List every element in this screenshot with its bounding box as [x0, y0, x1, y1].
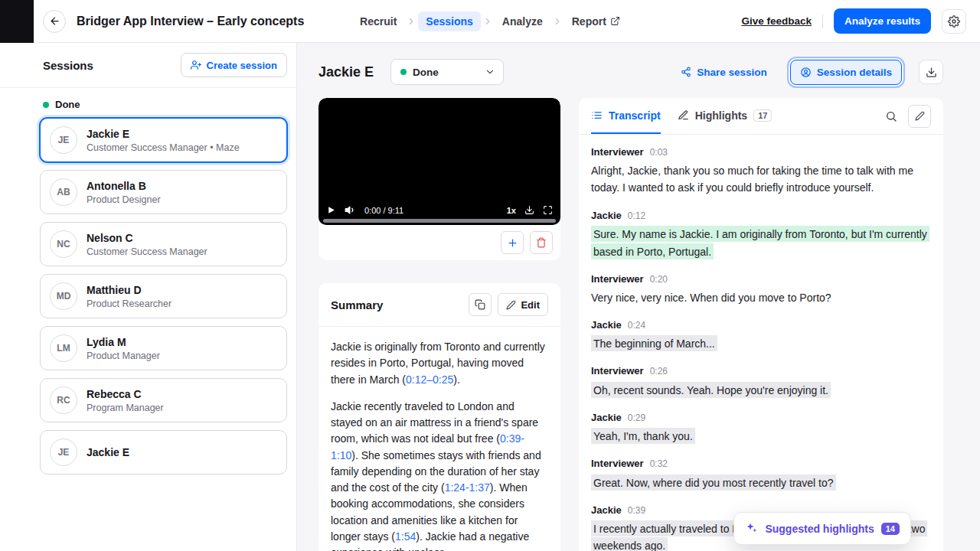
- video-actions: [318, 225, 560, 260]
- back-button[interactable]: [43, 10, 66, 33]
- chevron-right-icon: [552, 16, 563, 27]
- entry-timestamp: 0:24: [628, 320, 645, 331]
- session-card[interactable]: NCNelson CCustomer Success Manager: [40, 222, 287, 266]
- highlighted-text[interactable]: Sure. My name is Jackie. I am originally…: [591, 226, 929, 259]
- transcript-text: Yeah, I'm, thank you.: [591, 428, 931, 445]
- speaker-name: Jackie: [591, 210, 622, 221]
- transcript-icon: [591, 109, 603, 121]
- fullscreen-button[interactable]: [543, 205, 553, 215]
- breadcrumb-label: Analyze: [502, 15, 543, 28]
- transcript-text: Sure. My name is Jackie. I am originally…: [591, 226, 931, 260]
- suggested-highlights-count: 14: [881, 523, 900, 535]
- session-details-icon: [800, 67, 812, 78]
- app-logo[interactable]: [0, 0, 34, 43]
- timestamp-link[interactable]: 1:54: [395, 530, 416, 543]
- breadcrumb: RecruitSessionsAnalyzeReport: [352, 11, 628, 31]
- breadcrumb-item-sessions[interactable]: Sessions: [418, 11, 480, 31]
- status-value: Done: [413, 67, 439, 78]
- give-feedback-link[interactable]: Give feedback: [741, 15, 812, 27]
- highlighted-text[interactable]: Great. Now, where did you most recently …: [591, 474, 836, 491]
- tab-transcript[interactable]: Transcript: [591, 98, 661, 134]
- speaker-name: Jackie: [591, 412, 622, 423]
- entry-timestamp: 0:32: [650, 458, 668, 469]
- speaker-name: Interviewer: [591, 365, 644, 377]
- transcript-entry: Jackie0:29Yeah, I'm, thank you.: [591, 411, 931, 445]
- suggested-highlights-button[interactable]: Suggested highlights 14: [733, 512, 911, 545]
- edit-transcript-button[interactable]: [908, 105, 931, 128]
- create-session-button[interactable]: Create session: [181, 53, 288, 77]
- tab-highlights[interactable]: Highlights 17: [678, 98, 773, 134]
- analyze-results-button[interactable]: Analyze results: [834, 8, 931, 34]
- entry-timestamp: 0:12: [628, 210, 645, 221]
- transcript-actions: [882, 105, 931, 128]
- edit-summary-label: Edit: [521, 299, 540, 311]
- vertical-divider: [822, 15, 823, 28]
- timestamp-link[interactable]: 0:12–0:25: [406, 373, 453, 386]
- download-icon: [926, 67, 937, 78]
- breadcrumb-item-report[interactable]: Report: [564, 11, 628, 31]
- share-session-button[interactable]: Share session: [675, 60, 773, 84]
- fullscreen-icon: [543, 205, 553, 215]
- session-card[interactable]: ABAntonella BProduct Designer: [40, 170, 287, 214]
- sparkles-icon: [745, 522, 758, 535]
- sidebar-header: Sessions Create session: [0, 43, 296, 88]
- session-card[interactable]: LMLydia MProduct Manager: [40, 326, 287, 370]
- video-timestamp: 0:00 / 9:11: [364, 206, 403, 215]
- status-section-label: Done: [0, 88, 296, 118]
- breadcrumb-item-analyze[interactable]: Analyze: [495, 11, 550, 31]
- timestamp-link[interactable]: 0:39-1:10: [331, 432, 524, 461]
- session-card[interactable]: JEJackie E: [40, 430, 287, 474]
- pencil-icon: [506, 300, 516, 310]
- volume-icon: [345, 204, 356, 216]
- session-role: Customer Success Manager • Maze: [87, 142, 240, 153]
- status-dropdown[interactable]: Done: [390, 59, 504, 85]
- video-scrubber[interactable]: [323, 219, 556, 223]
- breadcrumb-item-recruit[interactable]: Recruit: [352, 11, 404, 31]
- copy-summary-button[interactable]: [469, 293, 492, 316]
- highlighter-icon: [678, 109, 689, 121]
- summary-paragraph: Jackie recently traveled to London and s…: [331, 399, 548, 551]
- pencil-icon: [915, 111, 925, 121]
- highlighted-text[interactable]: The beginning of March...: [591, 335, 717, 351]
- status-dot: [400, 69, 407, 75]
- delete-button[interactable]: [530, 231, 553, 254]
- video-download-button[interactable]: [524, 205, 534, 215]
- session-card[interactable]: RCRebecca CProgram Manager: [40, 378, 287, 422]
- breadcrumb-label: Recruit: [360, 15, 397, 28]
- add-clip-button[interactable]: [501, 231, 524, 254]
- user-plus-icon: [191, 60, 201, 70]
- highlighted-text[interactable]: Yeah, I'm, thank you.: [591, 428, 695, 444]
- session-card[interactable]: MDMatthieu DProduct Researcher: [40, 274, 287, 318]
- highlighted-text[interactable]: Oh, recent sounds. Yeah. Hope you're enj…: [591, 382, 831, 398]
- session-card[interactable]: JEJackie ECustomer Success Manager • Maz…: [40, 118, 287, 162]
- video-card: 0:00 / 9:11 1x: [318, 98, 560, 260]
- chevron-right-icon: [406, 16, 416, 27]
- top-bar: Bridger App Interview – Early concepts R…: [0, 0, 980, 43]
- session-role: Customer Success Manager: [87, 246, 207, 257]
- gear-icon: [948, 15, 960, 28]
- session-info: Matthieu DProduct Researcher: [87, 284, 172, 309]
- settings-button[interactable]: [942, 9, 966, 34]
- avatar: JE: [50, 439, 77, 466]
- speaker-name: Jackie: [591, 319, 622, 331]
- volume-button[interactable]: [345, 204, 356, 216]
- edit-summary-button[interactable]: Edit: [498, 293, 548, 316]
- transcript-list: Interviewer0:03Alright, Jackie, thank yo…: [579, 135, 943, 551]
- play-button[interactable]: [326, 205, 336, 215]
- download-icon: [524, 205, 534, 215]
- search-transcript-button[interactable]: [882, 107, 900, 126]
- chevron-down-icon: [485, 67, 495, 77]
- media-column: 0:00 / 9:11 1x: [318, 98, 560, 551]
- share-session-label: Share session: [697, 67, 767, 78]
- transcript-text: Alright, Jackie, thank you so much for t…: [591, 162, 931, 197]
- transcript-text: Very nice, very nice. When did you move …: [591, 289, 931, 306]
- transcript-panel: Transcript Highlights 17: [579, 98, 943, 551]
- session-info: Nelson CCustomer Success Manager: [87, 232, 207, 257]
- download-session-button[interactable]: [919, 60, 943, 84]
- playback-speed-button[interactable]: 1x: [507, 206, 516, 215]
- session-details-button[interactable]: Session details: [790, 60, 902, 85]
- video-player[interactable]: 0:00 / 9:11 1x: [318, 98, 560, 225]
- summary-card: Summary Edit Jackie is originally from T…: [318, 283, 560, 551]
- topbar-actions: Give feedback Analyze results: [741, 8, 980, 34]
- timestamp-link[interactable]: 1:24-1:37: [445, 481, 490, 494]
